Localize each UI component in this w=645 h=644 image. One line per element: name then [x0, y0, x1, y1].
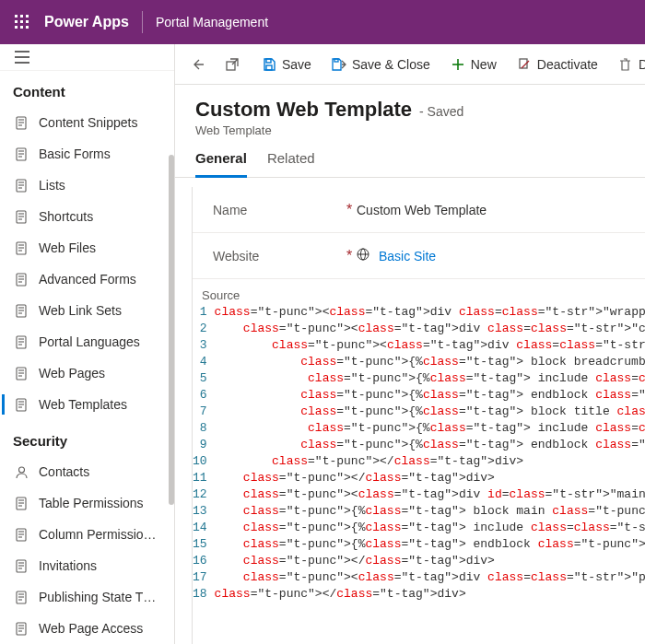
sidebar-item[interactable]: Invitations — [0, 550, 174, 581]
pub-icon — [13, 589, 29, 605]
file-icon — [13, 240, 29, 256]
delete-button[interactable]: De — [609, 48, 645, 81]
sidebar-item[interactable]: Web Link Sets — [0, 295, 174, 326]
sidebar-item[interactable]: Publishing State T… — [0, 581, 174, 613]
hamburger-icon[interactable] — [11, 46, 33, 68]
list-icon — [13, 177, 29, 193]
entity-subtitle: Web Template — [195, 123, 625, 137]
website-value[interactable]: Basic Site — [379, 249, 436, 263]
sidebar-item-label: Web Pages — [39, 366, 105, 381]
form-icon — [13, 271, 29, 287]
tab-general[interactable]: General — [195, 150, 247, 178]
source-label: Source — [193, 279, 645, 304]
sidebar-item[interactable]: Web Templates — [0, 389, 174, 420]
colperm-icon — [13, 526, 29, 543]
svg-rect-74 — [266, 59, 271, 63]
sidebar-item-label: Advanced Forms — [39, 272, 136, 287]
sidebar: Content Content SnippetsBasic FormsLists… — [0, 44, 175, 644]
nav-section-content: Content — [0, 71, 174, 107]
sidebar-item-label: Shortcuts — [39, 209, 93, 224]
sidebar-item[interactable]: Lists — [0, 170, 174, 201]
sidebar-item-label: Web Files — [39, 240, 96, 255]
sidebar-item-label: Web Templates — [39, 397, 127, 412]
svg-rect-7 — [20, 26, 23, 29]
sidebar-item[interactable]: Web Pages — [0, 357, 174, 389]
global-header: Power Apps Portal Management — [0, 0, 645, 44]
sidebar-item[interactable]: Basic Forms — [0, 138, 174, 170]
sidebar-item[interactable]: Web Files — [0, 232, 174, 263]
new-label: New — [471, 57, 497, 72]
tab-related[interactable]: Related — [267, 150, 315, 177]
svg-rect-5 — [26, 20, 29, 23]
waffle-icon[interactable] — [7, 7, 37, 37]
sidebar-scrollbar[interactable] — [169, 155, 174, 505]
tab-list: General Related — [175, 137, 645, 178]
sidebar-item[interactable]: Portal Languages — [0, 326, 174, 357]
popout-icon — [225, 57, 240, 72]
trash-icon — [618, 57, 633, 72]
sidebar-item-label: Table Permissions — [39, 496, 144, 510]
svg-rect-76 — [334, 59, 338, 62]
sidebar-item[interactable]: Table Permissions — [0, 487, 174, 519]
sidebar-item-label: Lists — [39, 178, 65, 193]
svg-rect-75 — [266, 65, 272, 70]
perm-icon — [13, 495, 29, 511]
plus-icon — [451, 57, 465, 72]
shortcut-icon — [13, 208, 29, 225]
save-icon — [262, 57, 276, 72]
required-icon: * — [342, 248, 357, 264]
invite-icon — [13, 557, 29, 574]
name-label: Name — [213, 203, 247, 217]
sidebar-item-label: Publishing State T… — [39, 590, 156, 604]
deactivate-button[interactable]: Deactivate — [508, 48, 607, 81]
link-icon — [13, 302, 29, 319]
sidebar-item-label: Portal Languages — [39, 334, 140, 349]
arrow-left-icon — [190, 57, 205, 72]
header-divider — [142, 11, 143, 33]
sidebar-item[interactable]: Shortcuts — [0, 201, 174, 232]
code-editor[interactable]: 123456789101112131415161718 class="t-pun… — [193, 304, 645, 621]
back-button[interactable] — [181, 48, 214, 81]
sidebar-item[interactable]: Advanced Forms — [0, 263, 174, 295]
field-name[interactable]: Name * Custom Web Template — [193, 187, 645, 233]
sidebar-item[interactable]: Column Permissio… — [0, 519, 174, 550]
field-website[interactable]: Website * Basic Site — [193, 233, 645, 279]
page-icon — [13, 365, 29, 381]
svg-rect-1 — [20, 15, 23, 18]
sidebar-item[interactable]: Web Page Access — [0, 613, 174, 644]
template-icon — [13, 396, 29, 413]
svg-rect-2 — [26, 15, 29, 18]
save-close-label: Save & Close — [352, 57, 430, 72]
save-close-button[interactable]: Save & Close — [322, 48, 440, 81]
doc-icon — [13, 114, 29, 131]
brand-label: Power Apps — [44, 14, 129, 30]
access-icon — [13, 620, 29, 637]
app-name: Portal Management — [156, 15, 268, 29]
sidebar-item[interactable]: Contacts — [0, 456, 174, 487]
page-title: Custom Web Template — [195, 98, 412, 122]
svg-rect-8 — [26, 26, 29, 29]
save-button[interactable]: Save — [252, 48, 321, 81]
sidebar-item[interactable]: Content Snippets — [0, 107, 174, 138]
deactivate-icon — [517, 57, 532, 72]
required-icon: * — [342, 202, 357, 218]
person-icon — [13, 463, 29, 480]
code-content[interactable]: class="t-punc"><class="t-tag">div class=… — [215, 304, 645, 603]
save-status: - Saved — [419, 104, 463, 119]
sidebar-item-label: Web Page Access — [39, 621, 143, 636]
save-close-icon — [332, 57, 346, 72]
line-gutter: 123456789101112131415161718 — [193, 304, 215, 603]
deactivate-label: Deactivate — [537, 57, 598, 72]
delete-label: De — [639, 57, 645, 72]
save-label: Save — [282, 57, 311, 72]
sidebar-item-label: Content Snippets — [39, 115, 137, 130]
lang-icon — [13, 334, 29, 350]
new-button[interactable]: New — [441, 48, 506, 81]
globe-icon — [357, 249, 369, 263]
form-icon — [13, 146, 29, 162]
popout-button[interactable] — [216, 48, 249, 81]
command-bar: Save Save & Close New Deactivate De — [175, 44, 645, 85]
nav-section-security: Security — [0, 420, 174, 456]
svg-rect-4 — [20, 20, 23, 23]
sidebar-item-label: Column Permissio… — [39, 527, 157, 542]
